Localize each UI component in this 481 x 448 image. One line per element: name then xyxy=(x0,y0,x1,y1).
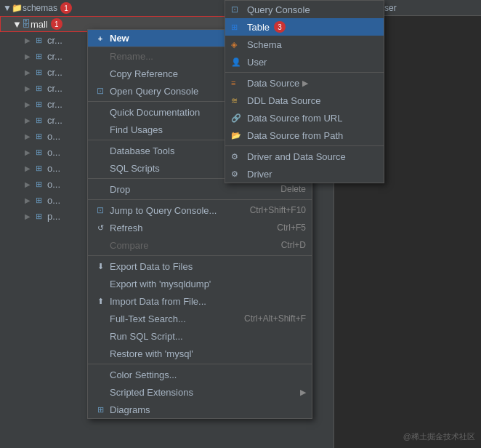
db-icon: 🗄 xyxy=(22,19,31,29)
color-settings-label: Color Settings... xyxy=(110,369,306,380)
mall-arrow: ▼ xyxy=(12,19,22,30)
jump-icon: ⊡ xyxy=(94,205,107,215)
table-icon-3: ⊞ xyxy=(32,67,45,77)
submenu-table[interactable]: ⊞ Table 3 xyxy=(225,18,384,36)
refresh-shortcut: Ctrl+F5 xyxy=(277,223,306,233)
separator-5 xyxy=(88,255,312,256)
source-url-icon: 🔗 xyxy=(231,113,244,123)
user-label: User xyxy=(247,57,267,68)
scripted-ext-arrow: ▶ xyxy=(300,388,306,397)
submenu-new: ⊡ Query Console ⊞ Table 3 ◈ Schema 👤 Use… xyxy=(225,0,384,183)
table-icon-10: ⊞ xyxy=(32,179,45,189)
submenu-user[interactable]: 👤 User xyxy=(225,53,384,71)
table-icon-4: ⊞ xyxy=(32,83,45,93)
submenu-sep-1 xyxy=(225,72,384,73)
driver-data-icon: ⚙ xyxy=(231,152,244,161)
user-sub-icon: 👤 xyxy=(231,57,244,67)
driver-label: Driver xyxy=(247,169,272,180)
full-text-shortcut: Ctrl+Alt+Shift+F xyxy=(244,313,306,324)
driver-icon: ⚙ xyxy=(231,169,244,179)
refresh-icon: ↺ xyxy=(94,223,107,233)
jump-label: Jump to Query Console... xyxy=(110,205,235,216)
compare-label: Compare xyxy=(110,240,267,251)
mall-badge: 1 xyxy=(51,18,62,30)
export-files-label: Export Data to Files xyxy=(110,261,306,272)
table-icon-11: ⊞ xyxy=(32,195,45,205)
run-sql-label: Run SQL Script... xyxy=(110,331,306,342)
ddl-source-icon: ≋ xyxy=(231,96,244,105)
schemas-arrow: ▼ xyxy=(3,3,12,13)
export-dump-label: Export with 'mysqldump' xyxy=(110,279,306,289)
menu-item-compare[interactable]: Compare Ctrl+D xyxy=(88,236,312,254)
submenu-ddl-source[interactable]: ≋ DDL Data Source xyxy=(225,92,384,109)
jump-shortcut: Ctrl+Shift+F10 xyxy=(250,205,306,215)
export-files-icon: ⬇ xyxy=(94,262,107,271)
menu-item-import[interactable]: ⬆ Import Data from File... xyxy=(88,292,312,310)
data-source-arrow: ▶ xyxy=(302,79,308,88)
table-sub-icon: ⊞ xyxy=(231,23,244,32)
schemas-label: schemas xyxy=(23,3,57,13)
table-icon-6: ⊞ xyxy=(32,115,45,125)
table-icon-1: ⊞ xyxy=(32,35,45,45)
menu-item-full-text[interactable]: Full-Text Search... Ctrl+Alt+Shift+F xyxy=(88,310,312,327)
query-console-label: Query Console xyxy=(247,4,310,15)
full-text-label: Full-Text Search... xyxy=(110,313,230,324)
copy-ref-label: Copy Reference xyxy=(110,68,229,79)
drop-shortcut: Delete xyxy=(280,184,306,194)
schemas-badge: 1 xyxy=(60,2,72,14)
refresh-label: Refresh xyxy=(110,223,262,233)
menu-item-diagrams[interactable]: ⊞ Diagrams xyxy=(88,401,312,418)
table-badge: 3 xyxy=(274,21,286,33)
menu-item-export-mysqldump[interactable]: Export with 'mysqldump' xyxy=(88,275,312,292)
separator-4 xyxy=(88,199,312,200)
menu-item-refresh[interactable]: ↺ Refresh Ctrl+F5 xyxy=(88,219,312,236)
query-console-sub-icon: ⊡ xyxy=(231,4,244,15)
menu-item-restore[interactable]: Restore with 'mysql' xyxy=(88,345,312,362)
menu-item-scripted-ext[interactable]: Scripted Extensions ▶ xyxy=(88,383,312,401)
submenu-source-url[interactable]: 🔗 Data Source from URL xyxy=(225,109,384,127)
table-icon-8: ⊞ xyxy=(32,147,45,157)
source-path-label: Data Source from Path xyxy=(247,130,343,141)
driver-data-label: Driver and Data Source xyxy=(247,151,346,162)
schema-label: Schema xyxy=(247,39,282,50)
submenu-schema[interactable]: ◈ Schema xyxy=(225,36,384,53)
compare-shortcut: Ctrl+D xyxy=(281,240,306,250)
separator-6 xyxy=(88,364,312,364)
mall-label: mall xyxy=(31,19,48,30)
submenu-driver-data[interactable]: ⚙ Driver and Data Source xyxy=(225,148,384,165)
table-icon-7: ⊞ xyxy=(32,131,45,141)
submenu-sep-2 xyxy=(225,145,384,146)
drop-label: Drop xyxy=(110,184,266,195)
plus-icon: + xyxy=(94,34,107,43)
schema-sub-icon: ◈ xyxy=(231,40,244,49)
menu-item-export-files[interactable]: ⬇ Export Data to Files xyxy=(88,257,312,275)
restore-label: Restore with 'mysql' xyxy=(110,348,306,359)
folder-icon: 📁 xyxy=(12,3,23,13)
submenu-source-path[interactable]: 📂 Data Source from Path xyxy=(225,127,384,144)
table-icon-9: ⊞ xyxy=(32,163,45,173)
table-icon-2: ⊞ xyxy=(32,51,45,61)
import-icon: ⬆ xyxy=(94,297,107,306)
source-url-label: Data Source from URL xyxy=(247,113,343,124)
submenu-driver[interactable]: ⚙ Driver xyxy=(225,165,384,183)
table-label: Table xyxy=(247,22,270,33)
submenu-query-console[interactable]: ⊡ Query Console xyxy=(225,1,384,18)
menu-item-color-settings[interactable]: Color Settings... xyxy=(88,366,312,383)
data-source-label: Data Source xyxy=(247,78,299,89)
table-icon-5: ⊞ xyxy=(32,99,45,109)
submenu-data-source[interactable]: ≡ Data Source ▶ xyxy=(225,74,384,92)
ddl-source-label: DDL Data Source xyxy=(247,95,320,106)
scripted-ext-label: Scripted Extensions xyxy=(110,387,297,398)
source-path-icon: 📂 xyxy=(231,131,244,140)
import-label: Import Data from File... xyxy=(110,296,306,307)
diagrams-label: Diagrams xyxy=(110,404,306,415)
table-icon-12: ⊞ xyxy=(32,211,45,221)
query-console-icon: ⊡ xyxy=(94,86,107,96)
watermark: @稀土掘金技术社区 xyxy=(403,431,475,442)
menu-item-jump[interactable]: ⊡ Jump to Query Console... Ctrl+Shift+F1… xyxy=(88,201,312,219)
data-source-sub-icon: ≡ xyxy=(231,79,244,87)
diagrams-icon: ⊞ xyxy=(94,405,107,415)
menu-item-run-sql[interactable]: Run SQL Script... xyxy=(88,327,312,345)
